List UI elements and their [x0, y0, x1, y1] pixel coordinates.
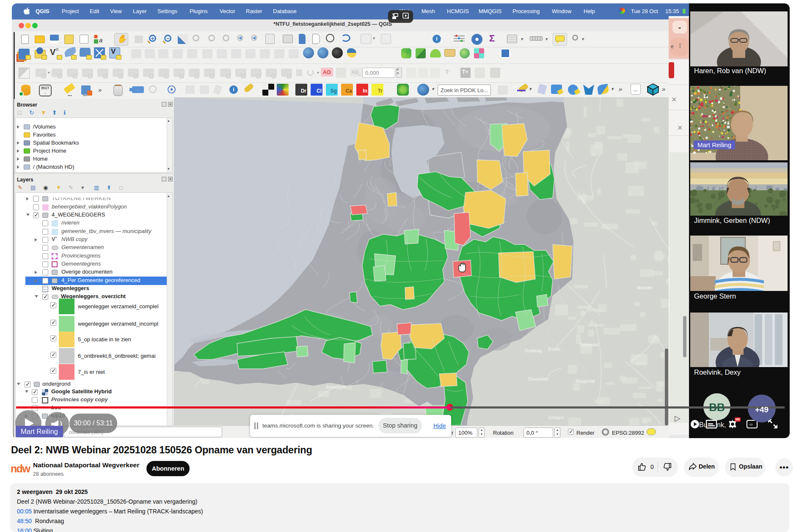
svg-text:Essen: Essen: [548, 347, 560, 351]
svg-text:Duisburg: Duisburg: [525, 348, 542, 353]
svg-text:‹›: ‹›: [749, 422, 753, 427]
svg-text:Düsseldorf: Düsseldorf: [528, 377, 548, 381]
svg-text:Cologne: Cologne: [548, 415, 564, 420]
svg-text:Antwerpen: Antwerpen: [326, 385, 346, 389]
svg-text:Dortmund: Dortmund: [580, 343, 598, 347]
svg-text:Munster: Munster: [637, 285, 653, 290]
svg-text:Wuppertal: Wuppertal: [576, 379, 595, 384]
